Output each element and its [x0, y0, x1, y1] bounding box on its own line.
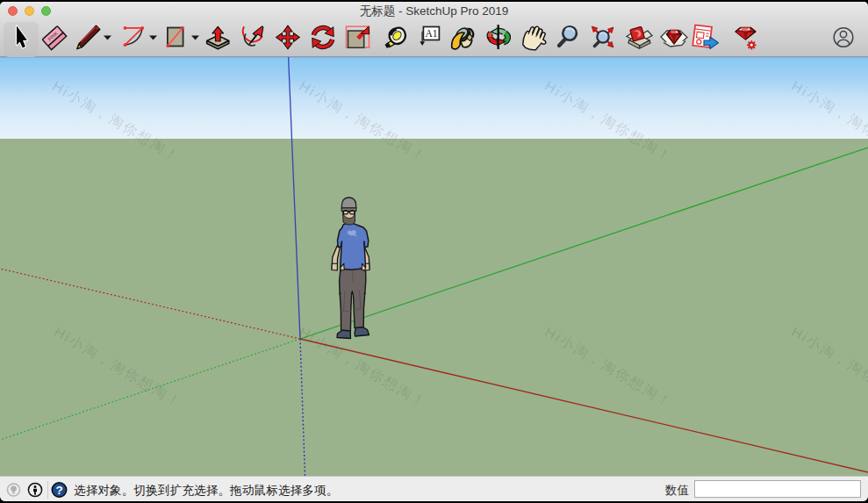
svg-text:?: ?	[55, 484, 62, 497]
svg-text:A1: A1	[425, 28, 437, 39]
